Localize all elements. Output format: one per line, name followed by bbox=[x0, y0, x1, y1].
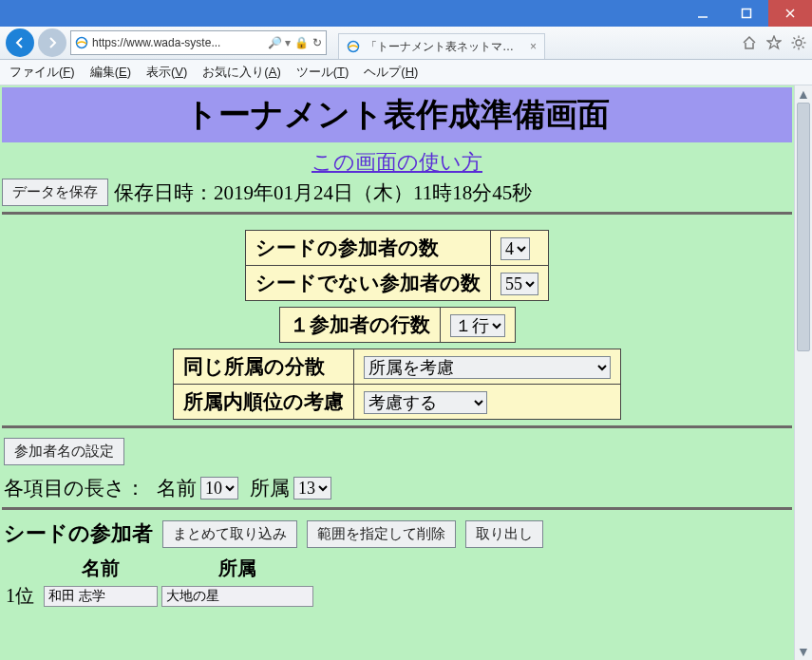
lines-select[interactable]: １行 bbox=[450, 314, 505, 337]
tab-strip: 「トーナメント表ネットマネージャ... × bbox=[330, 27, 738, 59]
svg-line-14 bbox=[794, 47, 796, 48]
save-timestamp: 保存日時：2019年01月24日（木）11時18分45秒 bbox=[114, 179, 532, 206]
vertical-scrollbar[interactable]: ▲ ▼ bbox=[794, 85, 812, 660]
address-url: https://www.wada-syste... bbox=[92, 36, 264, 49]
aff-length-select[interactable]: 13 bbox=[293, 477, 331, 500]
spread-select[interactable]: 所属を考慮 bbox=[364, 356, 611, 379]
menu-edit[interactable]: 編集(E) bbox=[90, 64, 131, 81]
save-button[interactable]: データを保存 bbox=[2, 179, 108, 206]
seed-row-rank: 1位 bbox=[4, 583, 42, 609]
nonseed-count-select[interactable]: 55 bbox=[500, 273, 538, 295]
name-length-select[interactable]: 10 bbox=[200, 477, 238, 500]
lock-icon: 🔒 bbox=[294, 36, 309, 49]
seed-section-title: シードの参加者 bbox=[4, 519, 153, 548]
svg-line-12 bbox=[803, 47, 804, 48]
rank-consider-select[interactable]: 考慮する bbox=[364, 391, 487, 414]
tab-title: 「トーナメント表ネットマネージャ... bbox=[366, 39, 524, 55]
window-close-button[interactable] bbox=[768, 0, 812, 27]
svg-line-13 bbox=[803, 38, 804, 40]
lines-label: １参加者の行数 bbox=[279, 308, 440, 343]
seed-col-aff: 所属 bbox=[160, 554, 315, 583]
tab-close-icon[interactable]: × bbox=[530, 40, 537, 53]
rank-consider-label: 所属内順位の考慮 bbox=[174, 385, 354, 420]
seed-col-name: 名前 bbox=[42, 554, 160, 583]
page-title: トーナメント表作成準備画面 bbox=[2, 87, 792, 142]
menu-tools[interactable]: ツール(T) bbox=[296, 64, 349, 81]
seed-count-label: シードの参加者の数 bbox=[246, 231, 491, 266]
forward-button[interactable] bbox=[38, 28, 66, 57]
usage-link[interactable]: この画面の使い方 bbox=[312, 150, 482, 174]
spread-label: 同じ所属の分散 bbox=[174, 349, 354, 385]
page-body: トーナメント表作成準備画面 この画面の使い方 データを保存 保存日時：2019年… bbox=[0, 85, 794, 660]
seed-export-button[interactable]: 取り出し bbox=[465, 520, 543, 548]
table-row: 1位 bbox=[4, 583, 315, 609]
menubar: ファイル(F) 編集(E) 表示(V) お気に入り(A) ツール(T) ヘルプ(… bbox=[0, 60, 812, 85]
seed-row-aff-input[interactable] bbox=[161, 586, 313, 607]
gear-icon[interactable] bbox=[791, 35, 806, 50]
window-maximize-button[interactable] bbox=[725, 0, 768, 27]
menu-view[interactable]: 表示(V) bbox=[146, 64, 187, 81]
window-titlebar bbox=[0, 0, 812, 27]
menu-fav[interactable]: お気に入り(A) bbox=[202, 64, 280, 81]
home-icon[interactable] bbox=[742, 35, 757, 50]
seed-count-select[interactable]: 4 bbox=[500, 237, 530, 260]
svg-point-6 bbox=[796, 40, 802, 46]
back-button[interactable] bbox=[6, 28, 34, 57]
name-length-label: 名前 bbox=[157, 475, 197, 501]
browser-tab[interactable]: 「トーナメント表ネットマネージャ... × bbox=[338, 33, 545, 59]
scroll-up-icon[interactable]: ▲ bbox=[795, 85, 812, 103]
separator bbox=[2, 212, 792, 215]
refresh-icon[interactable]: ↻ bbox=[312, 36, 322, 49]
length-header: 各項目の長さ： bbox=[4, 475, 145, 501]
nonseed-count-label: シードでない参加者の数 bbox=[246, 266, 491, 301]
separator bbox=[2, 425, 792, 428]
menu-help[interactable]: ヘルプ(H) bbox=[364, 64, 418, 81]
browser-navbar: https://www.wada-syste... 🔎 ▾ 🔒 ↻ 「トーナメン… bbox=[0, 27, 812, 60]
svg-line-11 bbox=[794, 38, 796, 40]
svg-rect-1 bbox=[743, 9, 751, 18]
ie-icon bbox=[347, 40, 360, 53]
seed-row-name-input[interactable] bbox=[44, 586, 158, 607]
scrollbar-thumb[interactable] bbox=[797, 103, 810, 351]
seed-import-button[interactable]: まとめて取り込み bbox=[162, 520, 297, 548]
separator bbox=[2, 507, 792, 510]
star-icon[interactable] bbox=[766, 35, 782, 50]
menu-file[interactable]: ファイル(F) bbox=[9, 64, 75, 81]
ie-icon bbox=[75, 36, 88, 49]
address-bar[interactable]: https://www.wada-syste... 🔎 ▾ 🔒 ↻ bbox=[70, 30, 327, 55]
aff-length-label: 所属 bbox=[250, 475, 290, 501]
window-minimize-button[interactable] bbox=[681, 0, 725, 27]
participant-settings-button[interactable]: 参加者名の設定 bbox=[4, 438, 124, 465]
seed-delete-range-button[interactable]: 範囲を指定して削除 bbox=[307, 520, 456, 548]
scroll-down-icon[interactable]: ▼ bbox=[795, 643, 812, 660]
